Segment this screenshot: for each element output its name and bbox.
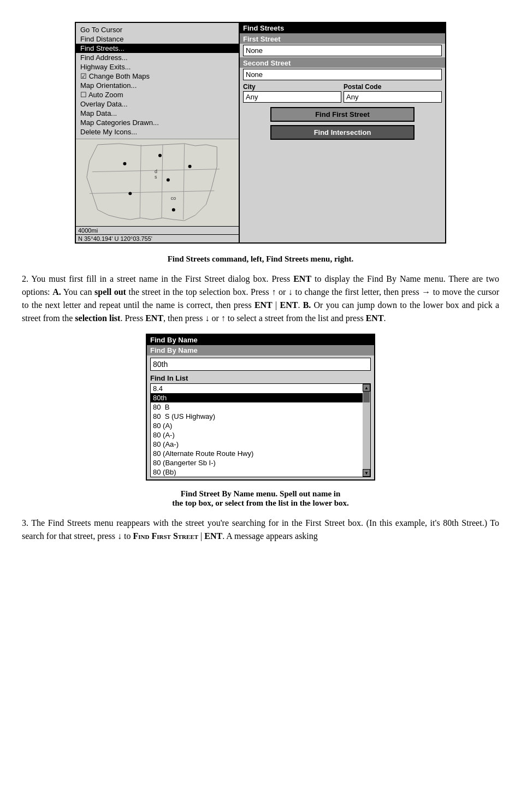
list-item[interactable]: 80 (Alternate Route Route Hwy) [151, 449, 363, 458]
menu-item-map-categories[interactable]: Map Categories Drawn... [76, 118, 239, 127]
map-display: co d s [76, 139, 239, 226]
menu-item-overlay-data[interactable]: Overlay Data... [76, 99, 239, 109]
list-item[interactable]: 8.4 [151, 384, 363, 393]
find-streets-panel: Find Streets First Street None Second St… [240, 23, 445, 242]
scrollbar-down-arrow[interactable]: ▼ [363, 469, 370, 477]
menu-item-go-to-cursor[interactable]: Go To Cursor [76, 25, 239, 34]
menu-item-find-address[interactable]: Find Address... [76, 53, 239, 62]
find-in-list-label: Find In List [147, 373, 374, 383]
menu-item-find-distance[interactable]: Find Distance [76, 34, 239, 44]
caption2: Find Street By Name menu. Spell out name… [22, 489, 499, 508]
paragraph3: 3. The Find Streets menu reappears with … [22, 517, 499, 543]
map-scale: 4000mi [78, 227, 98, 234]
postal-code-label: Postal Code [344, 81, 442, 91]
map-coords: N 35°40.194' U 120°03.755' [76, 234, 239, 242]
paragraph1: 2. You must first fill in a street name … [22, 272, 499, 325]
list-item[interactable]: 80 B [151, 402, 363, 412]
menu-item-auto-zoom[interactable]: ☐ Auto Zoom [76, 90, 239, 99]
second-street-label: Second Street [240, 57, 445, 68]
menu-item-change-both-maps[interactable]: ☑ Change Both Maps [76, 72, 239, 81]
svg-point-7 [158, 154, 162, 157]
svg-point-11 [188, 165, 192, 168]
svg-point-9 [128, 192, 132, 195]
list-item[interactable]: 80 (Bangerter Sb I-) [151, 458, 363, 467]
map-coordinates: N 35°40.194' U 120°03.755' [78, 235, 152, 242]
list-scrollbar[interactable]: ▲ ▼ [363, 384, 370, 477]
menu-item-map-data[interactable]: Map Data... [76, 109, 239, 118]
find-by-name-subtitle: Find By Name [147, 345, 374, 355]
postal-col: Postal Code Any [344, 81, 442, 103]
find-by-name-title: Find By Name [147, 335, 374, 345]
scrollbar-thumb[interactable] [363, 392, 370, 402]
svg-text:s: s [155, 174, 157, 180]
screenshot2: Find By Name Find By Name 80th Find In L… [146, 334, 375, 481]
form-title: Find Streets [240, 23, 445, 33]
city-label: City [243, 81, 341, 91]
svg-text:d: d [155, 169, 157, 174]
first-street-label: First Street [240, 33, 445, 44]
menu-item-highway-exits[interactable]: Highway Exits... [76, 62, 239, 72]
menu-item-find-streets[interactable]: Find Streets... [76, 44, 239, 53]
svg-point-6 [123, 162, 126, 165]
list-item[interactable]: 80 (A-) [151, 430, 363, 440]
street-list: 8.4 80th 80 B 80 S (US Highway) 80 (A) 8… [151, 384, 363, 477]
screenshot1: Go To Cursor Find Distance Find Streets.… [75, 22, 446, 244]
left-map-panel: Go To Cursor Find Distance Find Streets.… [76, 23, 240, 242]
city-col: City Any [243, 81, 341, 103]
map-menu: Go To Cursor Find Distance Find Streets.… [76, 23, 239, 139]
scrollbar-track [363, 392, 370, 469]
list-item-selected[interactable]: 80th [151, 393, 363, 402]
find-by-name-input[interactable]: 80th [150, 358, 371, 371]
list-item[interactable]: 80 (A) [151, 421, 363, 430]
list-item[interactable]: 80 (Aa-) [151, 440, 363, 449]
list-item[interactable]: 80 (Bb) [151, 467, 363, 477]
svg-rect-0 [76, 139, 239, 226]
second-street-input[interactable]: None [243, 69, 442, 80]
scrollbar-up-arrow[interactable]: ▲ [363, 384, 370, 392]
first-street-input[interactable]: None [243, 45, 442, 56]
map-status-bar: 4000mi [76, 226, 239, 234]
postal-code-input[interactable]: Any [344, 91, 442, 103]
caption1: Find Streets command, left, Find Streets… [22, 254, 499, 264]
city-postal-row: City Any Postal Code Any [240, 81, 445, 103]
street-list-container: 8.4 80th 80 B 80 S (US Highway) 80 (A) 8… [150, 383, 371, 477]
menu-item-delete-icons[interactable]: Delete My Icons... [76, 127, 239, 137]
svg-point-8 [167, 179, 170, 182]
list-item[interactable]: 80 S (US Highway) [151, 412, 363, 421]
menu-item-map-orientation[interactable]: Map Orientation... [76, 81, 239, 90]
city-input[interactable]: Any [243, 91, 341, 103]
svg-point-10 [172, 208, 175, 211]
find-intersection-button[interactable]: Find Intersection [270, 125, 414, 140]
svg-text:co: co [171, 195, 176, 201]
find-first-street-button[interactable]: Find First Street [270, 107, 414, 122]
